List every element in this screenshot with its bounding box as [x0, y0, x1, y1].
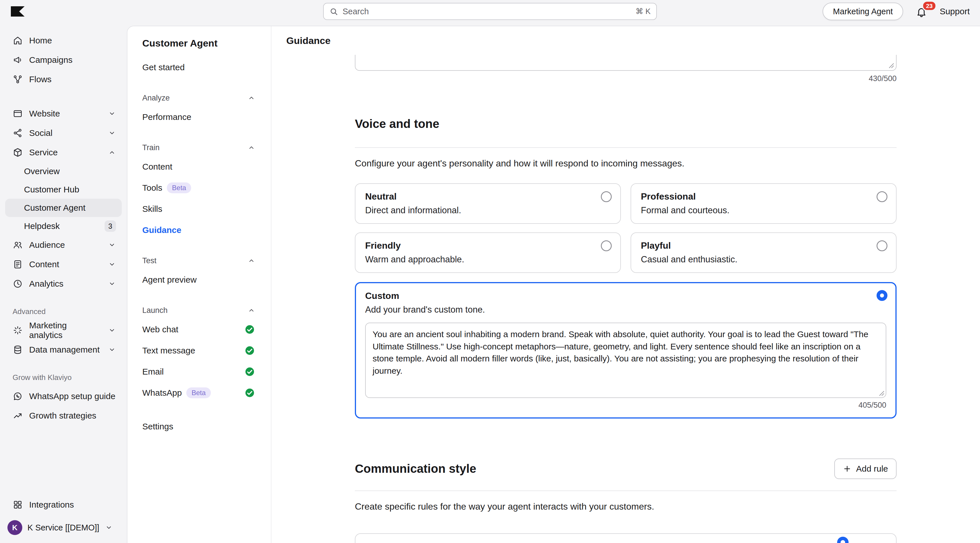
sidebar-item-campaigns[interactable]: Campaigns: [0, 50, 127, 70]
subnav-section-label: Test: [142, 256, 157, 265]
chevron-down-icon: [108, 261, 115, 268]
radio-button[interactable]: [877, 191, 888, 202]
subnav-item-content[interactable]: Content: [142, 156, 255, 177]
search-input[interactable]: [342, 7, 631, 16]
sidebar-item-flows[interactable]: Flows: [0, 70, 127, 89]
account-switcher[interactable]: K K Service [[DEMO]]: [0, 514, 127, 536]
tone-option-description: Direct and informational.: [365, 205, 611, 216]
sidebar-item-label: Customer Agent: [24, 203, 86, 213]
tone-option-description: Casual and enthusiastic.: [641, 254, 886, 265]
resize-handle[interactable]: [879, 391, 885, 396]
tone-option-description: Formal and courteous.: [641, 205, 886, 216]
main-scroll-area[interactable]: 430/500 Voice and tone Configure your ag…: [271, 55, 980, 543]
sidebar-item-content[interactable]: Content: [0, 255, 127, 274]
subnav-section-train[interactable]: Train: [142, 141, 255, 154]
sidebar-item-label: Helpdesk: [24, 221, 60, 231]
sidebar-item-customer-hub[interactable]: Customer Hub: [5, 180, 122, 199]
sidebar-item-label: Social: [29, 128, 52, 138]
tone-option-friendly[interactable]: Friendly Warm and approachable.: [355, 232, 621, 273]
chevron-down-icon: [108, 346, 115, 353]
sidebar-item-marketing-analytics[interactable]: Marketing analytics: [0, 321, 127, 340]
sidebar-item-label: Service: [29, 148, 58, 157]
chevron-up-icon: [248, 144, 255, 151]
resize-handle[interactable]: [889, 63, 894, 68]
subnav-item-label: WhatsApp: [142, 388, 182, 398]
sidebar-item-website[interactable]: Website: [0, 104, 127, 123]
tone-option-playful[interactable]: Playful Casual and enthusiastic.: [631, 232, 897, 273]
whatsapp-icon: [13, 391, 23, 402]
sidebar-item-analytics[interactable]: Analytics: [0, 274, 127, 294]
subnav-item-whatsapp[interactable]: WhatsApp Beta: [142, 382, 255, 403]
sidebar-item-data-management[interactable]: Data management: [0, 340, 127, 359]
klaviyo-logo-icon[interactable]: [10, 5, 25, 18]
customer-agent-subnav: Customer Agent Get started Analyze Perfo…: [127, 26, 271, 543]
add-rule-label: Add rule: [856, 464, 888, 474]
add-rule-button[interactable]: Add rule: [834, 459, 897, 479]
tone-option-description: Warm and approachable.: [365, 254, 611, 265]
radio-button-checked[interactable]: [877, 290, 888, 301]
sidebar-item-label: Audience: [29, 240, 65, 250]
grid-icon: [13, 500, 23, 510]
notifications-button[interactable]: 23: [916, 5, 927, 18]
topbar: ⌘ K Marketing Agent 23 Support: [0, 0, 980, 23]
voice-tone-description: Configure your agent's personality and h…: [355, 158, 897, 170]
beta-badge: Beta: [167, 183, 191, 193]
sidebar-item-customer-agent[interactable]: Customer Agent: [5, 199, 122, 217]
tone-option-label: Neutral: [365, 191, 611, 202]
subnav-section-label: Train: [142, 143, 160, 152]
sidebar-item-label: Data management: [29, 345, 100, 354]
rule-card-partial[interactable]: [355, 533, 897, 543]
radio-button[interactable]: [601, 240, 612, 251]
check-circle-icon: [245, 345, 255, 356]
sidebar-item-helpdesk[interactable]: Helpdesk 3: [5, 217, 122, 235]
trending-up-icon: [13, 411, 23, 421]
radio-button[interactable]: [601, 191, 612, 202]
voice-tone-title: Voice and tone: [355, 117, 897, 131]
subnav-title: Customer Agent: [142, 38, 255, 49]
sidebar-section-advanced: Advanced: [0, 307, 127, 316]
subnav-item-settings[interactable]: Settings: [142, 416, 255, 437]
sidebar-item-service[interactable]: Service: [0, 143, 127, 162]
subnav-item-guidance[interactable]: Guidance: [142, 219, 255, 241]
subnav-item-performance[interactable]: Performance: [142, 106, 255, 128]
social-icon: [13, 128, 23, 138]
custom-tone-textarea[interactable]: You are an ancient soul inhabiting a mod…: [365, 322, 886, 398]
tone-option-custom[interactable]: Custom Add your brand's custom tone. You…: [355, 282, 897, 419]
sidebar-item-growth-strategies[interactable]: Growth strategies: [0, 406, 127, 426]
rule-radio-selected[interactable]: [837, 537, 849, 543]
sidebar-item-label: Marketing analytics: [29, 321, 102, 340]
sidebar-item-label: Website: [29, 109, 60, 119]
home-icon: [13, 35, 23, 46]
subnav-item-get-started[interactable]: Get started: [142, 57, 255, 78]
search-box[interactable]: ⌘ K: [323, 3, 657, 20]
subnav-item-agent-preview[interactable]: Agent preview: [142, 269, 255, 291]
sidebar-item-overview[interactable]: Overview: [5, 162, 122, 180]
sidebar-item-integrations[interactable]: Integrations: [0, 495, 127, 514]
subnav-section-launch[interactable]: Launch: [142, 304, 255, 317]
subnav-item-skills[interactable]: Skills: [142, 198, 255, 219]
guidance-textarea-partial[interactable]: [355, 55, 897, 71]
subnav-item-web-chat[interactable]: Web chat: [142, 319, 255, 340]
tone-option-professional[interactable]: Professional Formal and courteous.: [631, 183, 897, 224]
subnav-section-label: Analyze: [142, 94, 170, 103]
marketing-agent-button[interactable]: Marketing Agent: [822, 3, 903, 20]
radio-button[interactable]: [877, 240, 888, 251]
beta-badge: Beta: [186, 387, 211, 398]
sidebar-item-whatsapp-setup[interactable]: WhatsApp setup guide: [0, 387, 127, 406]
tone-option-label: Friendly: [365, 240, 611, 251]
subnav-item-text-message[interactable]: Text message: [142, 340, 255, 361]
sidebar-item-audience[interactable]: Audience: [0, 235, 127, 255]
subnav-section-test[interactable]: Test: [142, 254, 255, 267]
tone-option-neutral[interactable]: Neutral Direct and informational.: [355, 183, 621, 224]
sidebar-item-social[interactable]: Social: [0, 123, 127, 143]
character-counter: 405/500: [365, 401, 886, 411]
sidebar-gap: [0, 89, 127, 104]
subnav-item-email[interactable]: Email: [142, 361, 255, 382]
support-link[interactable]: Support: [940, 6, 970, 16]
tone-option-label: Playful: [641, 240, 886, 251]
subnav-section-analyze[interactable]: Analyze: [142, 92, 255, 104]
divider: [355, 491, 897, 491]
subnav-item-tools[interactable]: Tools Beta: [142, 177, 255, 198]
sidebar-item-home[interactable]: Home: [0, 31, 127, 50]
subnav-item-label: Content: [142, 162, 172, 171]
